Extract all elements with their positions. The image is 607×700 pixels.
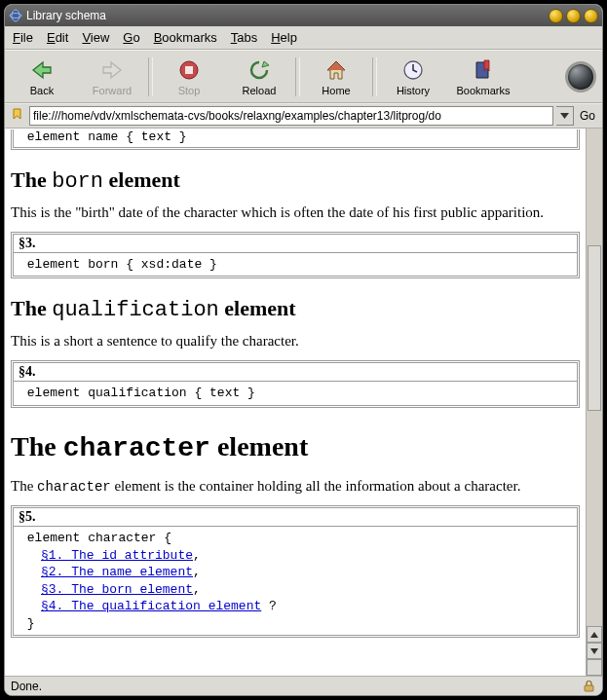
- throbber-icon: [565, 61, 596, 92]
- toolbar-separator: [295, 57, 300, 96]
- status-text: Done.: [11, 680, 577, 693]
- url-input[interactable]: [29, 106, 553, 126]
- minimize-button[interactable]: [549, 9, 563, 23]
- window-title: Library schema: [26, 9, 545, 22]
- window-controls: [549, 9, 598, 23]
- menu-help[interactable]: Help: [271, 30, 297, 45]
- codebox-char-num: §5.: [13, 507, 578, 527]
- vertical-scrollbar[interactable]: [586, 129, 602, 676]
- scroll-up-button[interactable]: [587, 626, 602, 643]
- app-icon: [9, 9, 22, 22]
- stop-button: Stop: [154, 55, 224, 98]
- history-label: History: [397, 85, 430, 96]
- reload-icon: [246, 57, 273, 83]
- codebox-character: §5. element character { §1. The id attri…: [11, 505, 580, 638]
- para-qualification: This is a short a sentence to qualify th…: [11, 332, 580, 350]
- reload-label: Reload: [243, 85, 277, 96]
- back-button[interactable]: Back: [7, 55, 77, 98]
- home-button[interactable]: Home: [301, 55, 371, 98]
- menubar: File Edit View Go Bookmarks Tabs Help: [5, 26, 602, 50]
- close-button[interactable]: [584, 9, 598, 23]
- maximize-button[interactable]: [566, 9, 581, 23]
- toolbar-separator: [372, 57, 377, 96]
- menu-file[interactable]: File: [13, 30, 33, 45]
- back-label: Back: [30, 85, 54, 96]
- forward-arrow-icon: [98, 57, 126, 83]
- scrollbar-corner: [587, 659, 602, 676]
- svg-rect-6: [585, 685, 593, 691]
- menu-edit[interactable]: Edit: [47, 30, 68, 45]
- stop-label: Stop: [178, 85, 201, 96]
- menu-go[interactable]: Go: [123, 30, 139, 45]
- scrollbar-thumb[interactable]: [588, 245, 601, 411]
- statusbar: Done.: [5, 676, 602, 695]
- codebox-qual-num: §4.: [13, 362, 578, 382]
- heading-born: The born element: [11, 167, 580, 194]
- toolbar: Back Forward Stop Reload Home: [5, 50, 602, 103]
- menu-view[interactable]: View: [82, 30, 109, 45]
- forward-label: Forward: [93, 85, 132, 96]
- browser-window: Library schema File Edit View Go Bookmar…: [4, 4, 603, 696]
- codebox-born-body: element born { xsd:date }: [13, 253, 578, 277]
- home-label: Home: [322, 85, 350, 96]
- bookmark-page-icon[interactable]: [9, 107, 26, 125]
- menu-tabs[interactable]: Tabs: [231, 30, 257, 45]
- back-arrow-icon: [28, 57, 56, 83]
- heading-character: The character element: [11, 431, 580, 463]
- code-snippet-name: element name { text }: [13, 129, 578, 148]
- document-viewport: element name { text } The born element T…: [5, 129, 586, 676]
- link-qualification-element[interactable]: §4. The qualification element: [41, 599, 261, 613]
- link-born-element[interactable]: §3. The born element: [41, 582, 193, 597]
- codebox-born: §3. element born { xsd:date }: [11, 232, 580, 279]
- bookmark-icon: [470, 57, 497, 83]
- codebox-char-body: element character { §1. The id attribute…: [13, 527, 578, 636]
- codebox-qualification: §4. element qualification { text }: [11, 360, 580, 408]
- reload-button[interactable]: Reload: [224, 55, 294, 98]
- bookmarks-label: Bookmarks: [456, 85, 510, 96]
- para-character: The character element is the container h…: [11, 477, 580, 497]
- svg-rect-4: [185, 66, 193, 74]
- forward-button: Forward: [77, 55, 147, 98]
- location-bar: Go: [5, 103, 602, 129]
- codebox-born-num: §3.: [13, 234, 578, 253]
- para-born: This is the "birth" date of the characte…: [11, 203, 580, 222]
- lock-icon: [583, 680, 596, 693]
- history-icon: [399, 57, 427, 83]
- menu-bookmarks[interactable]: Bookmarks: [154, 30, 217, 45]
- history-button[interactable]: History: [378, 55, 448, 98]
- content-area: element name { text } The born element T…: [5, 129, 602, 676]
- link-name-element[interactable]: §2. The name element: [41, 565, 193, 579]
- toolbar-separator: [148, 57, 153, 96]
- home-icon: [322, 57, 350, 83]
- scroll-down-button[interactable]: [587, 643, 602, 659]
- heading-qualification: The qualification element: [11, 296, 580, 322]
- stop-icon: [175, 57, 203, 83]
- url-dropdown[interactable]: [556, 106, 574, 126]
- link-id-attribute[interactable]: §1. The id attribute: [41, 548, 193, 563]
- titlebar: Library schema: [5, 5, 602, 26]
- bookmarks-button[interactable]: Bookmarks: [448, 55, 518, 98]
- go-button[interactable]: Go: [577, 108, 598, 124]
- codebox-qual-body: element qualification { text }: [13, 382, 578, 406]
